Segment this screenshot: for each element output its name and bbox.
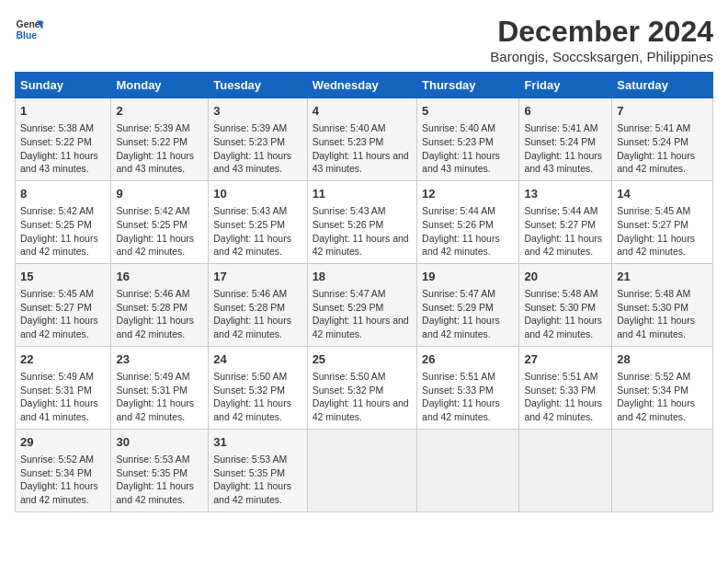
calendar-cell: 6Sunrise: 5:41 AMSunset: 5:24 PMDaylight… [519, 98, 612, 181]
daylight-text: Daylight: 11 hours and 42 minutes. [116, 480, 194, 505]
sunrise-text: Sunrise: 5:42 AM [116, 205, 189, 216]
header-saturday: Saturday [612, 73, 713, 98]
calendar-cell [519, 429, 612, 511]
day-number: 21 [617, 269, 708, 285]
day-number: 18 [313, 269, 412, 285]
calendar-row-3: 15Sunrise: 5:45 AMSunset: 5:27 PMDayligh… [16, 263, 713, 346]
day-number: 9 [116, 186, 203, 202]
day-number: 5 [422, 103, 514, 120]
calendar-cell: 3Sunrise: 5:39 AMSunset: 5:23 PMDaylight… [209, 98, 307, 181]
sunset-text: Sunset: 5:22 PM [116, 136, 188, 147]
day-number: 4 [313, 103, 412, 120]
main-title: December 2024 [490, 15, 713, 49]
daylight-text: Daylight: 11 hours and 42 minutes. [617, 397, 695, 422]
sunrise-text: Sunrise: 5:47 AM [313, 288, 386, 299]
calendar-table: SundayMondayTuesdayWednesdayThursdayFrid… [15, 72, 713, 512]
day-number: 31 [213, 434, 301, 451]
calendar-cell: 12Sunrise: 5:44 AMSunset: 5:26 PMDayligh… [417, 180, 519, 263]
daylight-text: Daylight: 11 hours and 42 minutes. [20, 480, 98, 505]
calendar-cell: 27Sunrise: 5:51 AMSunset: 5:33 PMDayligh… [519, 346, 612, 429]
sunset-text: Sunset: 5:34 PM [20, 467, 92, 478]
day-number: 7 [617, 103, 708, 120]
day-number: 22 [20, 351, 106, 368]
daylight-text: Daylight: 11 hours and 43 minutes. [213, 150, 291, 175]
sunset-text: Sunset: 5:25 PM [116, 219, 188, 230]
sunset-text: Sunset: 5:23 PM [213, 136, 285, 147]
calendar-cell: 1Sunrise: 5:38 AMSunset: 5:22 PMDaylight… [16, 98, 111, 181]
day-number: 8 [20, 186, 106, 202]
daylight-text: Daylight: 11 hours and 43 minutes. [422, 150, 500, 175]
calendar-cell: 5Sunrise: 5:40 AMSunset: 5:23 PMDaylight… [417, 98, 519, 181]
day-number: 29 [20, 434, 106, 451]
day-number: 27 [524, 351, 607, 368]
daylight-text: Daylight: 11 hours and 42 minutes. [213, 397, 291, 422]
daylight-text: Daylight: 11 hours and 42 minutes. [617, 233, 695, 258]
daylight-text: Daylight: 11 hours and 42 minutes. [213, 315, 291, 339]
sunset-text: Sunset: 5:25 PM [20, 219, 92, 230]
day-number: 14 [617, 186, 708, 202]
calendar-cell: 18Sunrise: 5:47 AMSunset: 5:29 PMDayligh… [307, 263, 416, 346]
day-number: 23 [116, 351, 203, 368]
daylight-text: Daylight: 11 hours and 41 minutes. [20, 397, 98, 422]
sunset-text: Sunset: 5:22 PM [20, 136, 92, 147]
sunrise-text: Sunrise: 5:48 AM [617, 288, 690, 299]
daylight-text: Daylight: 11 hours and 43 minutes. [116, 150, 194, 175]
calendar-cell [307, 429, 416, 511]
sunrise-text: Sunrise: 5:39 AM [213, 122, 287, 133]
daylight-text: Daylight: 11 hours and 42 minutes. [313, 315, 409, 339]
sunset-text: Sunset: 5:25 PM [213, 219, 285, 230]
subtitle: Barongis, Soccsksargen, Philippines [490, 49, 713, 64]
sunrise-text: Sunrise: 5:53 AM [213, 454, 287, 465]
calendar-cell: 22Sunrise: 5:49 AMSunset: 5:31 PMDayligh… [16, 346, 111, 429]
calendar-cell: 25Sunrise: 5:50 AMSunset: 5:32 PMDayligh… [307, 346, 416, 429]
sunset-text: Sunset: 5:26 PM [422, 219, 494, 230]
sunset-text: Sunset: 5:27 PM [524, 219, 596, 230]
daylight-text: Daylight: 11 hours and 42 minutes. [116, 315, 194, 339]
sunset-text: Sunset: 5:32 PM [213, 385, 285, 396]
calendar-cell [417, 429, 519, 511]
daylight-text: Daylight: 11 hours and 43 minutes. [20, 150, 98, 175]
sunset-text: Sunset: 5:29 PM [422, 302, 494, 313]
day-number: 24 [213, 351, 301, 368]
day-number: 13 [524, 186, 607, 202]
sunrise-text: Sunrise: 5:46 AM [116, 288, 189, 299]
sunset-text: Sunset: 5:32 PM [313, 385, 384, 396]
calendar-cell: 4Sunrise: 5:40 AMSunset: 5:23 PMDaylight… [307, 98, 416, 181]
header-tuesday: Tuesday [209, 73, 307, 98]
sunrise-text: Sunrise: 5:52 AM [20, 454, 94, 465]
daylight-text: Daylight: 11 hours and 42 minutes. [524, 397, 602, 422]
calendar-cell: 10Sunrise: 5:43 AMSunset: 5:25 PMDayligh… [209, 180, 307, 263]
sunrise-text: Sunrise: 5:53 AM [116, 454, 189, 465]
sunrise-text: Sunrise: 5:47 AM [422, 288, 495, 299]
day-number: 15 [20, 269, 106, 285]
daylight-text: Daylight: 11 hours and 43 minutes. [313, 150, 409, 175]
calendar-cell: 16Sunrise: 5:46 AMSunset: 5:28 PMDayligh… [111, 263, 209, 346]
sunset-text: Sunset: 5:33 PM [422, 385, 494, 396]
logo: General Blue [15, 15, 44, 44]
sunset-text: Sunset: 5:30 PM [617, 302, 688, 313]
calendar-cell: 20Sunrise: 5:48 AMSunset: 5:30 PMDayligh… [519, 263, 612, 346]
sunrise-text: Sunrise: 5:49 AM [116, 371, 189, 382]
daylight-text: Daylight: 11 hours and 42 minutes. [617, 150, 695, 175]
daylight-text: Daylight: 11 hours and 42 minutes. [20, 233, 98, 258]
sunrise-text: Sunrise: 5:42 AM [20, 205, 94, 216]
sunset-text: Sunset: 5:31 PM [20, 385, 92, 396]
sunrise-text: Sunrise: 5:39 AM [116, 122, 189, 133]
sunset-text: Sunset: 5:35 PM [213, 467, 285, 478]
daylight-text: Daylight: 11 hours and 42 minutes. [422, 397, 500, 422]
day-number: 30 [116, 434, 203, 451]
svg-text:Blue: Blue [17, 30, 38, 40]
day-number: 20 [524, 269, 607, 285]
sunset-text: Sunset: 5:23 PM [313, 136, 384, 147]
calendar-cell: 7Sunrise: 5:41 AMSunset: 5:24 PMDaylight… [612, 98, 713, 181]
day-number: 6 [524, 103, 607, 120]
header-monday: Monday [111, 73, 209, 98]
sunrise-text: Sunrise: 5:41 AM [617, 122, 690, 133]
day-number: 25 [313, 351, 412, 368]
day-number: 3 [213, 103, 301, 120]
sunset-text: Sunset: 5:35 PM [116, 467, 188, 478]
calendar-cell [612, 429, 713, 511]
calendar-row-5: 29Sunrise: 5:52 AMSunset: 5:34 PMDayligh… [16, 429, 713, 511]
daylight-text: Daylight: 11 hours and 42 minutes. [524, 315, 602, 339]
sunset-text: Sunset: 5:27 PM [617, 219, 688, 230]
